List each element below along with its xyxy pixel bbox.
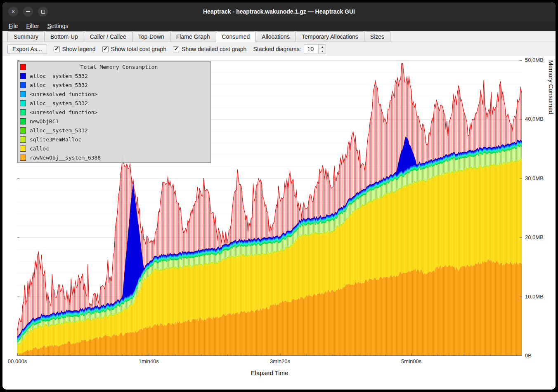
x-axis-tick-label: 5min00s xyxy=(401,358,421,364)
toolbar: Export As... Show legend Show total cost… xyxy=(2,42,556,56)
legend-swatch xyxy=(20,100,26,106)
y-axis-tick-label: 40,0MB xyxy=(525,116,544,122)
legend-swatch xyxy=(20,109,26,115)
legend-swatch xyxy=(20,155,26,161)
chart-legend: Total Memory Consumption alloc__system_5… xyxy=(17,61,211,163)
plot-region: Total Memory Consumption alloc__system_5… xyxy=(17,60,522,356)
heaptrack-window: × Heaptrack - heaptrack.wakunode.1.gz — … xyxy=(2,2,556,390)
legend-swatch xyxy=(20,73,26,79)
legend-swatch xyxy=(20,146,26,152)
minimize-icon xyxy=(26,11,30,12)
legend-row: <unresolved function> xyxy=(19,108,210,117)
y-axis-tick-label: 30,0MB xyxy=(525,175,544,181)
spinner-up-button[interactable]: ▲ xyxy=(319,45,326,49)
tab-caller-callee[interactable]: Caller / Callee xyxy=(84,31,132,42)
menu-filter[interactable]: Filter xyxy=(23,22,43,30)
legend-row: alloc__system_5332 xyxy=(19,80,210,89)
stacked-diagrams-value[interactable]: 10 xyxy=(304,45,318,54)
window-title: Heaptrack - heaptrack.wakunode.1.gz — He… xyxy=(2,8,556,15)
legend-row: Total Memory Consumption xyxy=(19,62,210,71)
legend-swatch xyxy=(20,118,26,124)
stacked-diagrams-label: Stacked diagrams: xyxy=(253,46,301,52)
chart-area: Total Memory Consumption alloc__system_5… xyxy=(2,56,556,390)
legend-row: newObjRC1 xyxy=(19,117,210,126)
legend-row: alloc__system_5332 xyxy=(19,71,210,80)
legend-row: rawNewObj__system_6388 xyxy=(19,153,210,162)
x-axis-title: Elapsed Time xyxy=(17,369,522,376)
y-axis-tick-label: 50,0MB xyxy=(525,57,544,63)
y-axis-title: Memory Consumed xyxy=(548,60,555,356)
tab-summary[interactable]: Summary xyxy=(7,31,45,42)
y-axis-tick-label: 0B xyxy=(525,352,532,359)
show-detailed-cost-checkbox-group[interactable]: Show detailed cost graph xyxy=(173,46,246,52)
tab-temporary-allocations[interactable]: Temporary Allocations xyxy=(296,31,364,42)
tab-allocations[interactable]: Allocations xyxy=(255,31,296,42)
legend-title: Total Memory Consumption xyxy=(30,64,208,70)
tab-sizes[interactable]: Sizes xyxy=(364,31,390,42)
show-detailed-cost-label: Show detailed cost graph xyxy=(182,46,246,52)
x-axis-labels: 00.000s1min40s3min20s5min00s xyxy=(17,358,522,366)
tab-bar: Summary Bottom-Up Caller / Callee Top-Do… xyxy=(2,31,556,42)
legend-swatch xyxy=(20,91,26,97)
legend-swatch xyxy=(20,82,26,88)
show-total-cost-checkbox-group[interactable]: Show total cost graph xyxy=(102,46,167,52)
x-axis-tick-label: 00.000s xyxy=(8,358,27,364)
y-axis-tick-label: 10,0MB xyxy=(525,293,544,300)
show-legend-label: Show legend xyxy=(62,46,96,52)
minimize-button[interactable] xyxy=(23,7,33,16)
menu-file[interactable]: File xyxy=(5,22,22,30)
maximize-icon xyxy=(41,10,45,14)
legend-row: <unresolved function> xyxy=(19,89,210,99)
show-total-cost-label: Show total cost graph xyxy=(111,46,167,52)
close-button[interactable]: × xyxy=(8,7,18,16)
spinner-down-button[interactable]: ▼ xyxy=(319,49,326,54)
x-axis-tick-label: 3min20s xyxy=(270,358,290,364)
x-axis-tick-label: 1min40s xyxy=(139,358,159,364)
titlebar[interactable]: × Heaptrack - heaptrack.wakunode.1.gz — … xyxy=(2,2,556,21)
close-icon: × xyxy=(12,8,15,14)
y-axis-tick-label: 20,0MB xyxy=(525,234,544,240)
legend-row: alloc__system_5332 xyxy=(19,99,210,108)
legend-row: calloc xyxy=(19,144,210,153)
stacked-diagrams-spinner[interactable]: 10 ▲ ▼ xyxy=(304,44,326,54)
menu-settings[interactable]: Settings xyxy=(44,22,72,30)
tab-flame-graph[interactable]: Flame Graph xyxy=(170,31,216,42)
legend-row: sqlite3MemMalloc xyxy=(19,135,210,144)
show-legend-checkbox-group[interactable]: Show legend xyxy=(54,46,96,52)
tab-top-down[interactable]: Top-Down xyxy=(132,31,170,42)
show-total-cost-checkbox[interactable] xyxy=(102,46,109,52)
stacked-diagrams-group: Stacked diagrams: 10 ▲ ▼ xyxy=(253,44,326,54)
maximize-button[interactable] xyxy=(38,7,48,16)
tab-consumed[interactable]: Consumed xyxy=(216,31,256,42)
show-legend-checkbox[interactable] xyxy=(54,46,60,52)
legend-swatch xyxy=(20,64,26,70)
legend-swatch xyxy=(20,127,26,134)
menubar: File Filter Settings xyxy=(2,21,556,31)
export-as-button[interactable]: Export As... xyxy=(7,44,47,54)
show-detailed-cost-checkbox[interactable] xyxy=(173,46,179,52)
tab-bottom-up[interactable]: Bottom-Up xyxy=(44,31,84,42)
legend-swatch xyxy=(20,136,26,143)
legend-row: alloc__system_5332 xyxy=(19,126,210,135)
